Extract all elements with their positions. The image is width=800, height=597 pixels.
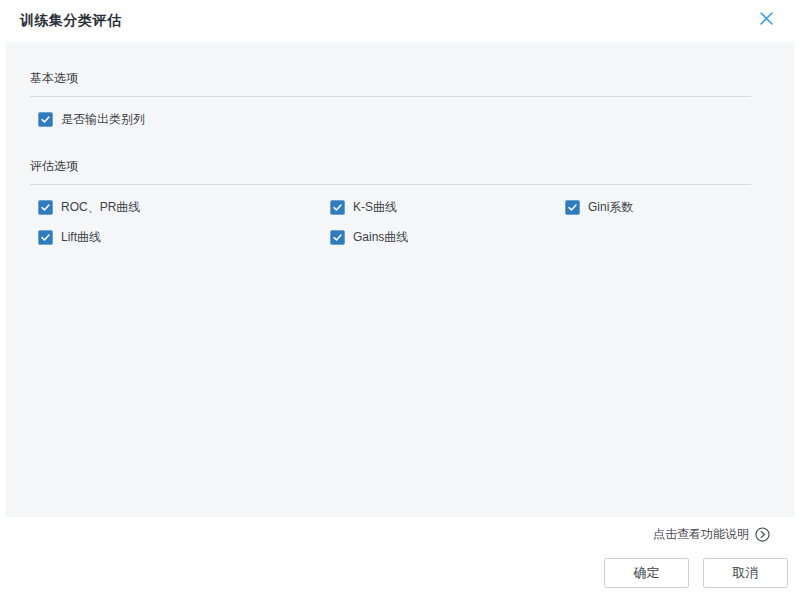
option-label: Lift曲线 xyxy=(61,229,101,246)
option-label: Gains曲线 xyxy=(353,229,408,246)
option-gains-curve[interactable]: Gains曲线 xyxy=(330,222,565,252)
close-button[interactable] xyxy=(756,8,776,28)
check-icon xyxy=(40,202,51,213)
option-output-category-column[interactable]: 是否输出类别列 xyxy=(38,104,770,134)
option-label: Gini系数 xyxy=(588,199,633,216)
option-ks-curve[interactable]: K-S曲线 xyxy=(330,192,565,222)
section-title-evaluation: 评估选项 xyxy=(30,159,78,173)
check-icon xyxy=(332,232,343,243)
option-label: ROC、PR曲线 xyxy=(61,199,140,216)
dialog-title: 训练集分类评估 xyxy=(20,12,122,30)
dialog-button-row: 确定 取消 xyxy=(0,558,800,588)
grid-empty-cell xyxy=(565,222,770,252)
circle-chevron-right-icon xyxy=(755,527,770,542)
dialog-header: 训练集分类评估 xyxy=(0,0,800,42)
option-gini-coefficient[interactable]: Gini系数 xyxy=(565,192,770,222)
ok-button[interactable]: 确定 xyxy=(604,558,689,588)
check-icon xyxy=(40,114,51,125)
dialog-body-panel: 基本选项 是否输出类别列 评估选项 ROC、PR曲线 xyxy=(6,42,794,517)
option-label: K-S曲线 xyxy=(353,199,397,216)
section-evaluation-options: 评估选项 xyxy=(30,156,751,185)
checkbox-gains-curve[interactable] xyxy=(330,230,345,245)
check-icon xyxy=(567,202,578,213)
dialog-footer: 点击查看功能说明 确定 取消 xyxy=(0,517,800,597)
evaluation-options-grid: ROC、PR曲线 K-S曲线 Gini系数 xyxy=(38,192,770,252)
option-roc-pr-curve[interactable]: ROC、PR曲线 xyxy=(38,192,330,222)
check-icon xyxy=(332,202,343,213)
section-spacer xyxy=(30,134,770,156)
help-link[interactable]: 点击查看功能说明 xyxy=(0,523,800,545)
check-icon xyxy=(40,232,51,243)
option-label: 是否输出类别列 xyxy=(61,111,145,128)
checkbox-ks-curve[interactable] xyxy=(330,200,345,215)
section-basic-options: 基本选项 xyxy=(30,68,751,97)
training-set-classification-evaluation-dialog: 训练集分类评估 基本选项 是否输出类别列 评估选项 xyxy=(0,0,800,597)
option-lift-curve[interactable]: Lift曲线 xyxy=(38,222,330,252)
help-link-label: 点击查看功能说明 xyxy=(653,526,749,543)
checkbox-gini-coefficient[interactable] xyxy=(565,200,580,215)
checkbox-output-category-column[interactable] xyxy=(38,112,53,127)
close-icon xyxy=(760,12,773,25)
section-title-basic: 基本选项 xyxy=(30,71,78,85)
checkbox-lift-curve[interactable] xyxy=(38,230,53,245)
checkbox-roc-pr-curve[interactable] xyxy=(38,200,53,215)
cancel-button[interactable]: 取消 xyxy=(703,558,788,588)
